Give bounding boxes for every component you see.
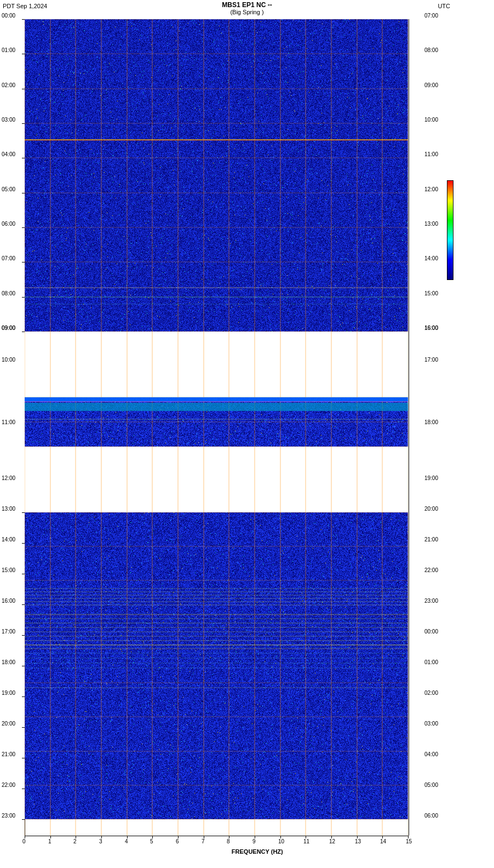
freq-tick [178,836,179,838]
time-tick-left [22,666,25,666]
panel-top [25,19,408,332]
time-tick-left [22,758,25,758]
border-right [409,19,409,836]
freq-tick [357,836,358,838]
time-label-right: 03:00 [424,721,438,727]
time-tick-left [22,193,25,193]
freq-label: 11 [303,838,309,844]
time-tick-left [22,54,25,54]
time-label-left: 01:00 [2,47,15,53]
freq-label: 15 [406,838,412,844]
time-label-right: 22:00 [424,567,438,573]
location-title: (Big Spring ) [0,9,494,15]
time-label-right: 18:00 [424,419,438,425]
freq-label: 12 [329,838,335,844]
gap2 [25,447,408,512]
time-label-right: 11:00 [424,151,438,157]
time-label-right: 15:00 [424,290,438,296]
utc-label: UTC [438,3,450,9]
freq-tick [306,836,306,838]
freq-tick [280,836,281,838]
time-label-right: 19:00 [424,475,438,481]
time-label-left: 09:00 [2,325,15,331]
freq-tick [25,836,25,838]
time-label-left: 18:00 [2,659,15,665]
time-label-left: 16:00 [2,598,15,604]
freq-title: FREQUENCY (HZ) [232,848,283,855]
freq-tick [255,836,255,838]
freq-label: 1 [48,838,51,844]
time-tick-left [22,227,25,228]
pdt-label: PDT Sep 1,2024 [3,3,47,9]
freq-label: 7 [202,838,205,844]
time-tick-left [22,727,25,728]
time-label-left: 11:00 [2,419,15,425]
freq-label: 9 [252,838,256,844]
freq-tick [101,836,102,838]
freq-label: 5 [150,838,153,844]
freq-tick [229,836,229,838]
freq-tick [76,836,76,838]
freq-tick [331,836,332,838]
freq-tick [408,836,409,838]
time-tick-left [22,543,25,544]
gap1 [25,332,408,397]
time-label-left: 20:00 [2,721,15,727]
time-label-left: 13:00 [2,506,15,512]
time-tick-left [22,789,25,789]
time-label-left: 02:00 [2,82,15,88]
freq-tick [127,836,128,838]
time-tick-left [22,123,25,124]
time-label-left: 23:00 [2,813,15,819]
time-tick-left [22,819,25,820]
time-label-left: 05:00 [2,186,15,192]
time-label-left: 12:00 [2,475,15,481]
time-label-left: 07:00 [2,255,15,261]
time-tick-left [22,89,25,89]
time-label-left: 22:00 [2,782,15,788]
freq-label: 3 [99,838,102,844]
time-label-left: 21:00 [2,751,15,757]
time-label-right: 05:00 [424,782,438,788]
time-label-left: 04:00 [2,151,15,157]
time-tick-left [22,332,25,332]
time-tick-left [22,158,25,158]
time-label-right: 06:00 [424,813,438,819]
time-label-right: 00:00 [424,629,438,635]
time-tick-left [22,635,25,636]
time-label-left: 06:00 [2,221,15,227]
panel-mid [25,397,408,447]
time-label-left: 15:00 [2,567,15,573]
panel-bottom [25,512,408,819]
freq-label: 8 [227,838,230,844]
time-label-left: 14:00 [2,536,15,542]
freq-label: 14 [380,838,386,844]
time-label-right: 21:00 [424,536,438,542]
time-label-right: 02:00 [424,690,438,696]
time-label-left: 00:00 [2,13,15,19]
time-tick-left [22,604,25,605]
time-tick-left [22,696,25,697]
time-label-right: 17:00 [424,357,438,363]
time-label-right: 10:00 [424,117,438,123]
time-label-right: 16:00 [424,325,438,331]
freq-label: 13 [355,838,361,844]
freq-label: 6 [176,838,179,844]
time-tick-left [22,262,25,262]
freq-tick [204,836,204,838]
time-label-right: 09:00 [424,82,438,88]
freq-tick [152,836,153,838]
color-scale-border [447,180,453,280]
time-label-right: 13:00 [424,221,438,227]
time-label-left: 17:00 [2,629,15,635]
time-label-right: 08:00 [424,47,438,53]
time-label-left: 03:00 [2,117,15,123]
freq-tick [50,836,51,838]
time-label-right: 07:00 [424,13,438,19]
station-title: MBS1 EP1 NC -- [0,1,494,9]
time-label-right: 20:00 [424,506,438,512]
time-label-right: 04:00 [424,751,438,757]
freq-label: 4 [125,838,128,844]
time-tick-left [22,574,25,574]
freq-label: 0 [22,838,26,844]
